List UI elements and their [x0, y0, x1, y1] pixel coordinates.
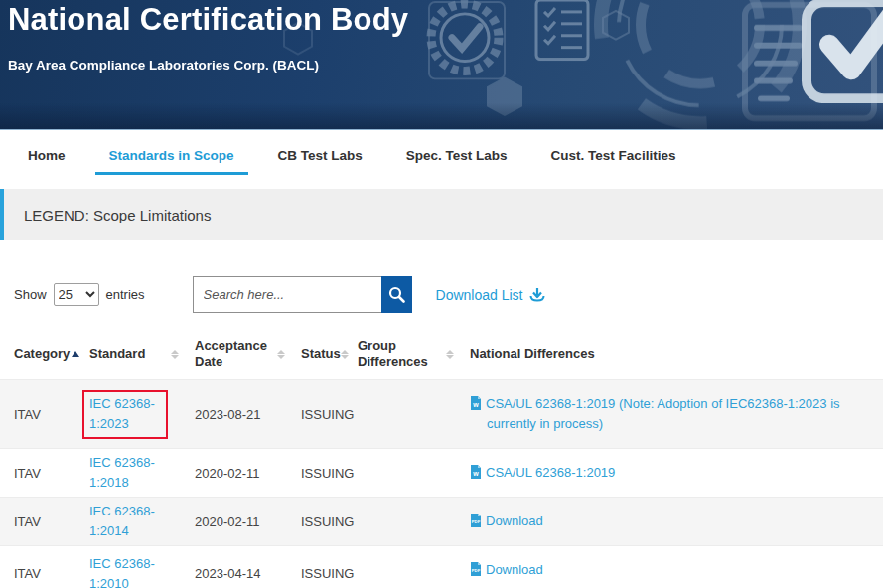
group-differences-cell: [358, 546, 470, 588]
download-icon: [529, 287, 545, 302]
category-cell: ITAV: [14, 546, 89, 588]
svg-text:PDF: PDF: [472, 568, 481, 573]
highlight-box: IEC 62368-1:2023: [82, 390, 168, 439]
group-differences-cell: [358, 498, 470, 545]
column-header-status[interactable]: Status: [301, 338, 358, 369]
tab-cust-test-facilities[interactable]: Cust. Test Facilities: [551, 148, 676, 175]
download-file-link[interactable]: PDF Download: [470, 512, 544, 531]
hero-bottom-shade: [0, 103, 883, 129]
status-cell: ISSUING: [301, 546, 358, 588]
column-header-national-differences: National Differences: [470, 338, 869, 369]
group-differences-cell: [358, 380, 470, 448]
standard-link[interactable]: IEC 62368-1:2018: [89, 453, 161, 493]
entries-label: entries: [106, 287, 145, 302]
page-title: National Certification Body: [8, 2, 408, 38]
standard-cell: IEC 62368-1:2010: [89, 546, 195, 588]
group-differences-cell: [358, 449, 470, 497]
category-cell: ITAV: [14, 498, 89, 545]
column-header-standard[interactable]: Standard: [89, 338, 195, 369]
pdf-doc-icon: PDF: [470, 562, 482, 576]
search-input[interactable]: [193, 276, 381, 313]
acceptance-date-cell: 2020-02-11: [195, 498, 301, 545]
pdf-doc-icon: PDF: [470, 514, 482, 527]
table-controls: Show 25 entries Download List: [14, 276, 869, 313]
word-doc-icon: w: [470, 465, 482, 479]
status-cell: ISSUING: [301, 498, 358, 545]
national-differences-link[interactable]: w CSA/UL 62368-1:2019 (Note: Adoption of…: [470, 394, 859, 434]
download-file-link[interactable]: PDF Download: [470, 560, 544, 580]
standard-link[interactable]: IEC 62368-1:2010: [89, 554, 161, 588]
svg-text:PDF: PDF: [472, 519, 481, 524]
hero-banner: National Certification Body Bay Area Com…: [0, 0, 883, 130]
sort-icon: [171, 350, 179, 359]
category-cell: ITAV: [14, 449, 89, 497]
acceptance-date-cell: 2023-04-14: [195, 546, 301, 588]
download-list-link[interactable]: Download List: [436, 287, 545, 303]
sort-icon: [341, 350, 349, 359]
svg-text:w: w: [472, 401, 479, 408]
search-icon: [388, 286, 405, 303]
category-cell: ITAV: [14, 380, 89, 448]
table-row: ITAV IEC 62368-1:2023 2023-08-21 ISSUING…: [0, 379, 883, 448]
standard-cell: IEC 62368-1:2018: [89, 449, 195, 497]
legend-bar: LEGEND: Scope Limitations: [0, 189, 883, 240]
main-nav: Home Standards in Scope CB Test Labs Spe…: [0, 130, 883, 189]
show-label: Show: [14, 287, 47, 302]
table-header-row: Category Standard Acceptance Date Status…: [0, 328, 883, 379]
acceptance-date-cell: 2020-02-11: [195, 449, 301, 497]
table-row: ITAV IEC 62368-1:2010 2023-04-14 ISSUING…: [0, 545, 883, 588]
status-cell: ISSUING: [301, 449, 358, 497]
standards-table: Category Standard Acceptance Date Status…: [0, 328, 883, 588]
national-differences-cell: w CSA/UL 62368-1:2019: [470, 449, 869, 497]
national-differences-link[interactable]: w CSA/UL 62368-1:2019: [470, 463, 615, 483]
acceptance-date-cell: 2023-08-21: [195, 380, 301, 448]
standard-link[interactable]: IEC 62368-1:2023: [89, 394, 161, 434]
standard-link[interactable]: IEC 62368-1:2014: [89, 502, 161, 541]
page-subtitle: Bay Area Compliance Laboratories Corp. (…: [8, 58, 319, 73]
table-row: ITAV IEC 62368-1:2018 2020-02-11 ISSUING…: [0, 448, 883, 497]
word-doc-icon: w: [470, 396, 482, 410]
column-header-category[interactable]: Category: [14, 338, 89, 369]
national-differences-cell: PDF Download: [470, 546, 869, 588]
column-header-group-differences[interactable]: Group Differences: [358, 338, 470, 369]
entries-count-select[interactable]: 25: [54, 283, 99, 306]
standard-cell: IEC 62368-1:2023: [89, 380, 195, 448]
tab-spec-test-labs[interactable]: Spec. Test Labs: [406, 148, 508, 175]
column-header-acceptance-date[interactable]: Acceptance Date: [195, 338, 301, 369]
standard-cell: IEC 62368-1:2014: [89, 498, 195, 545]
tab-cb-test-labs[interactable]: CB Test Labs: [278, 148, 363, 175]
tab-home[interactable]: Home: [28, 148, 66, 175]
legend-text: LEGEND: Scope Limitations: [24, 207, 211, 223]
tab-standards-in-scope[interactable]: Standards in Scope: [109, 148, 234, 175]
table-row: ITAV IEC 62368-1:2014 2020-02-11 ISSUING…: [0, 497, 883, 545]
search-button[interactable]: [381, 276, 412, 313]
sort-icon: [277, 350, 285, 359]
sort-ascending-icon: [72, 351, 79, 357]
download-list-label: Download List: [436, 287, 523, 303]
sort-icon: [446, 350, 454, 359]
national-differences-cell: PDF Download: [470, 498, 869, 545]
entries-per-page-control: Show 25 entries: [14, 283, 145, 306]
national-differences-cell: w CSA/UL 62368-1:2019 (Note: Adoption of…: [470, 380, 869, 448]
search-box: [193, 276, 412, 313]
svg-text:w: w: [472, 470, 479, 477]
status-cell: ISSUING: [301, 380, 358, 448]
